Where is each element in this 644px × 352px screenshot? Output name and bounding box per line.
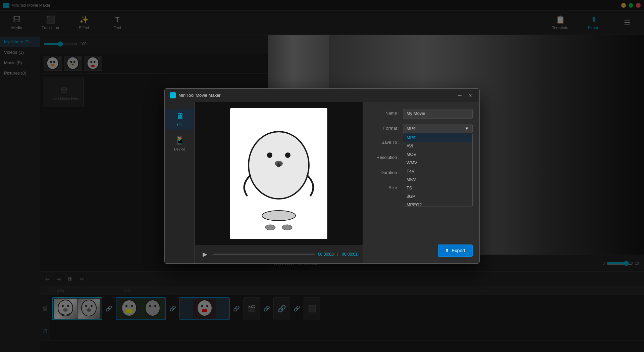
- format-option-wmv[interactable]: WMV: [403, 159, 472, 167]
- export-dialog-button[interactable]: ⬆ Export: [438, 245, 473, 257]
- svg-point-35: [285, 152, 290, 158]
- svg-point-38: [262, 211, 296, 221]
- save-to-label: Save To :: [369, 138, 399, 145]
- dialog-time-current: 00:00:00: [318, 252, 334, 257]
- device-label: Device: [174, 147, 185, 151]
- pc-label: PC: [177, 123, 182, 127]
- name-label: Name :: [369, 109, 399, 116]
- format-selected-value: MP4: [407, 126, 416, 131]
- dialog-close-button[interactable]: ✕: [466, 92, 474, 99]
- dialog-body: 🖥 PC 📱 Device: [165, 102, 479, 263]
- dialog-settings: Name : My Movie Format : MP4 ▼ MP4 AVI M…: [363, 102, 479, 263]
- export-btn-label: Export: [452, 248, 465, 253]
- penguin-preview-svg: [230, 108, 327, 239]
- svg-point-39: [265, 225, 275, 230]
- dialog-play-button[interactable]: ▶: [200, 249, 210, 259]
- format-option-mov[interactable]: MOV: [403, 150, 472, 159]
- dialog-nav: 🖥 PC 📱 Device: [165, 102, 195, 263]
- pc-icon: 🖥: [176, 112, 184, 121]
- dialog-minimize-button[interactable]: ─: [456, 92, 464, 99]
- dialog-title: MiniTool Movie Maker: [178, 93, 453, 98]
- name-input[interactable]: My Movie: [403, 109, 473, 119]
- dialog-nav-device[interactable]: 📱 Device: [166, 133, 193, 154]
- dialog-progress-bar[interactable]: [213, 254, 315, 255]
- format-option-mp4[interactable]: MP4: [403, 133, 472, 142]
- export-dialog: MiniTool Movie Maker ─ ✕ 🖥 PC 📱 Device: [164, 88, 480, 264]
- dialog-logo-icon: [170, 92, 176, 98]
- format-option-avi[interactable]: AVI: [403, 142, 472, 150]
- dialog-preview-panel: ▶ 00:00:00 / 00:00:01: [195, 102, 363, 263]
- dialog-overlay: MiniTool Movie Maker ─ ✕ 🖥 PC 📱 Device: [0, 0, 644, 352]
- svg-point-37: [277, 163, 281, 167]
- format-dropdown: MP4 AVI MOV WMV F4V MKV TS 3GP MPEG2 WEB…: [403, 133, 473, 207]
- dialog-preview-controls: ▶ 00:00:00 / 00:00:01: [195, 245, 363, 263]
- format-option-3gp[interactable]: 3GP: [403, 192, 472, 201]
- name-row: Name : My Movie: [369, 109, 473, 119]
- format-dropdown-arrow: ▼: [465, 126, 469, 131]
- svg-point-40: [282, 225, 292, 230]
- format-option-ts[interactable]: TS: [403, 184, 472, 192]
- dialog-titlebar: MiniTool Movie Maker ─ ✕: [165, 89, 479, 102]
- dialog-nav-pc[interactable]: 🖥 PC: [166, 109, 193, 130]
- format-select-container: MP4 ▼ MP4 AVI MOV WMV F4V MKV TS 3GP: [403, 124, 473, 133]
- format-select[interactable]: MP4 ▼: [403, 124, 473, 133]
- resolution-label: Resolution :: [369, 153, 399, 160]
- format-row: Format : MP4 ▼ MP4 AVI MOV WMV F4V MKV: [369, 124, 473, 133]
- format-option-mpeg2[interactable]: MPEG2: [403, 201, 472, 207]
- size-label: Size :: [369, 183, 399, 190]
- export-btn-icon: ⬆: [445, 248, 449, 253]
- dialog-preview-image: [230, 108, 327, 239]
- dialog-preview-area: [195, 102, 363, 245]
- duration-label: Duration :: [369, 168, 399, 175]
- dialog-time-total: 00:00:01: [342, 252, 358, 257]
- svg-point-34: [267, 152, 272, 158]
- format-option-f4v[interactable]: F4V: [403, 167, 472, 175]
- format-label: Format :: [369, 124, 399, 131]
- format-option-mkv[interactable]: MKV: [403, 175, 472, 184]
- device-icon: 📱: [175, 136, 185, 145]
- dialog-time-sep: /: [337, 251, 338, 257]
